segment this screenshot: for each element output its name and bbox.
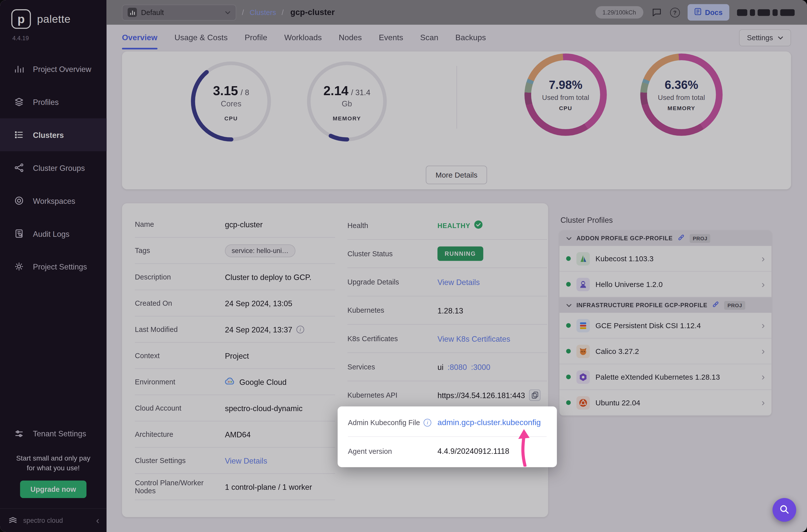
search-fab[interactable] [772,498,796,522]
screen: p palette 4.4.19 Project Overview Profil… [0,0,807,532]
search-icon [779,504,790,516]
highlight-arrow [516,429,532,469]
info-icon[interactable]: i [424,419,431,426]
palette-app: p palette 4.4.19 Project Overview Profil… [0,0,807,532]
admin-kubeconfig-link[interactable]: admin.gcp-cluster.kubeconfig [437,418,541,427]
